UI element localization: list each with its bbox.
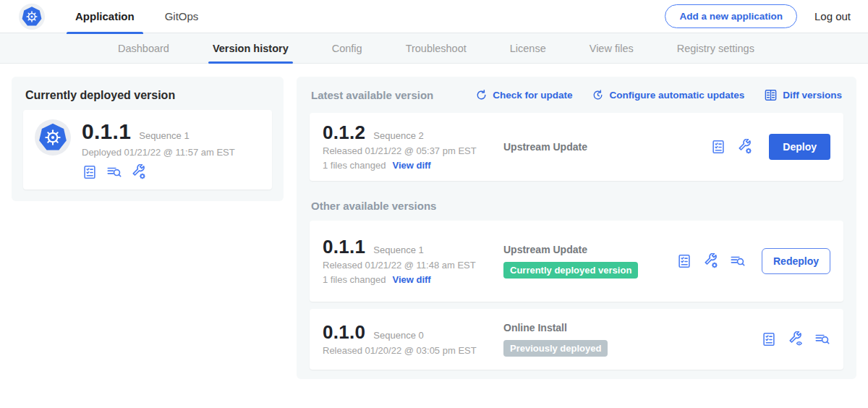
kubernetes-logo-icon [21, 6, 43, 27]
version-source-cell: Online Install Previously deployed [503, 322, 761, 357]
files-changed-count: 1 files changed [323, 274, 386, 285]
header-tab-label: GitOps [165, 10, 199, 22]
edit-config-icon[interactable] [131, 164, 147, 180]
version-line: 0.1.1 Sequence 1 [82, 121, 235, 143]
version-number: 0.1.1 [323, 237, 365, 256]
released-timestamp: Released 01/21/22 @ 11:48 am EST [323, 260, 503, 271]
version-row-actions [761, 331, 830, 347]
tab-version-history[interactable]: Version history [213, 33, 289, 63]
main-content: Currently deployed version 0.1.1 Sequenc… [0, 64, 868, 379]
deployed-timestamp: Deployed 01/21/22 @ 11:57 am EST [82, 147, 235, 158]
released-timestamp: Released 01/21/22 @ 05:37 pm EST [323, 145, 503, 156]
version-source: Online Install [503, 322, 567, 333]
app-subnav: Dashboard Version history Config Trouble… [0, 33, 868, 64]
kubernetes-logo-icon [38, 122, 68, 153]
header-tab-application[interactable]: Application [65, 0, 145, 33]
version-source-cell: Upstream Update [503, 141, 710, 153]
auto-update-schedule-icon [592, 89, 604, 101]
diff-versions-label: Diff versions [783, 90, 842, 101]
latest-version-header: Latest available version Check for updat… [311, 88, 842, 102]
redeploy-button[interactable]: Redeploy [762, 248, 830, 274]
top-header: Application GitOps Add a new application… [0, 0, 868, 33]
view-config-icon[interactable] [788, 331, 804, 347]
edit-config-icon[interactable] [703, 253, 719, 269]
view-diff-link[interactable]: View diff [392, 160, 430, 171]
version-row-0-1-2: 0.1.2 Sequence 2 Released 01/21/22 @ 05:… [310, 113, 843, 181]
tab-dashboard[interactable]: Dashboard [118, 33, 169, 63]
version-history-panel: Latest available version Check for updat… [297, 77, 856, 379]
currently-deployed-badge: Currently deployed version [503, 262, 638, 279]
check-for-update-label: Check for update [493, 90, 572, 101]
deployed-panel-title: Currently deployed version [25, 89, 272, 102]
diff-versions-link[interactable]: Diff versions [764, 88, 842, 102]
version-line: 0.1.0 Sequence 0 [323, 323, 503, 341]
tab-config[interactable]: Config [332, 33, 362, 63]
logout-button[interactable]: Log out [814, 10, 851, 22]
refresh-icon [475, 89, 488, 101]
configure-automatic-updates-label: Configure automatic updates [609, 90, 744, 101]
preflight-checklist-icon[interactable] [710, 139, 726, 155]
deployed-version-number: 0.1.1 [82, 121, 131, 143]
check-for-update-link[interactable]: Check for update [475, 89, 572, 101]
files-changed-count: 1 files changed [323, 160, 386, 171]
tab-license[interactable]: License [510, 33, 546, 63]
edit-config-icon[interactable] [737, 139, 753, 155]
version-line: 0.1.1 Sequence 1 [323, 237, 503, 256]
app-logo [19, 4, 45, 30]
view-diff-link[interactable]: View diff [392, 274, 430, 285]
version-row-info: 0.1.2 Sequence 2 Released 01/21/22 @ 05:… [323, 123, 503, 171]
version-source: Upstream Update [503, 141, 587, 153]
version-row-info: 0.1.0 Sequence 0 Released 01/20/22 @ 03:… [323, 323, 503, 356]
files-changed-line: 1 files changed View diff [323, 274, 503, 285]
version-source-cell: Upstream Update Currently deployed versi… [503, 244, 676, 279]
currently-deployed-panel: Currently deployed version 0.1.1 Sequenc… [12, 77, 284, 201]
version-row-actions: Redeploy [676, 248, 830, 274]
deployed-version-info: 0.1.1 Sequence 1 Deployed 01/21/22 @ 11:… [82, 119, 235, 180]
version-row-info: 0.1.1 Sequence 1 Released 01/21/22 @ 11:… [323, 237, 503, 285]
header-tab-gitops[interactable]: GitOps [155, 0, 209, 33]
version-sequence: Sequence 0 [373, 330, 423, 341]
version-row-0-1-1: 0.1.1 Sequence 1 Released 01/21/22 @ 11:… [310, 221, 843, 302]
diff-icon [764, 88, 778, 102]
version-row-0-1-0: 0.1.0 Sequence 0 Released 01/20/22 @ 03:… [310, 309, 843, 370]
deployed-actions [82, 164, 235, 180]
version-sequence: Sequence 1 [373, 245, 423, 255]
version-line: 0.1.2 Sequence 2 [323, 123, 503, 142]
version-row-actions: Deploy [710, 134, 830, 160]
tab-registry-settings[interactable]: Registry settings [677, 33, 754, 63]
view-logs-icon[interactable] [814, 331, 830, 347]
app-icon-badge [35, 119, 71, 156]
deploy-button[interactable]: Deploy [769, 134, 830, 160]
latest-version-title: Latest available version [311, 89, 433, 101]
released-timestamp: Released 01/20/22 @ 03:05 pm EST [323, 345, 503, 356]
deployed-sequence: Sequence 1 [139, 130, 189, 141]
version-number: 0.1.2 [323, 123, 365, 142]
version-sequence: Sequence 2 [373, 130, 423, 141]
update-actions: Check for update Configure automatic upd… [475, 88, 842, 102]
other-versions-title: Other available versions [311, 200, 842, 212]
tab-view-files[interactable]: View files [590, 33, 634, 63]
configure-automatic-updates-link[interactable]: Configure automatic updates [592, 89, 744, 101]
deployed-version-card: 0.1.1 Sequence 1 Deployed 01/21/22 @ 11:… [23, 110, 272, 190]
previously-deployed-badge: Previously deployed [503, 340, 608, 357]
preflight-checklist-icon[interactable] [82, 164, 98, 180]
add-application-button[interactable]: Add a new application [665, 4, 797, 28]
preflight-checklist-icon[interactable] [761, 331, 777, 347]
version-number: 0.1.0 [323, 323, 365, 341]
header-tab-label: Application [75, 10, 135, 22]
tab-troubleshoot[interactable]: Troubleshoot [406, 33, 467, 63]
view-logs-icon[interactable] [106, 164, 122, 180]
files-changed-line: 1 files changed View diff [323, 160, 503, 171]
version-source: Upstream Update [503, 244, 587, 255]
view-logs-icon[interactable] [730, 253, 746, 269]
preflight-checklist-icon[interactable] [676, 253, 692, 269]
